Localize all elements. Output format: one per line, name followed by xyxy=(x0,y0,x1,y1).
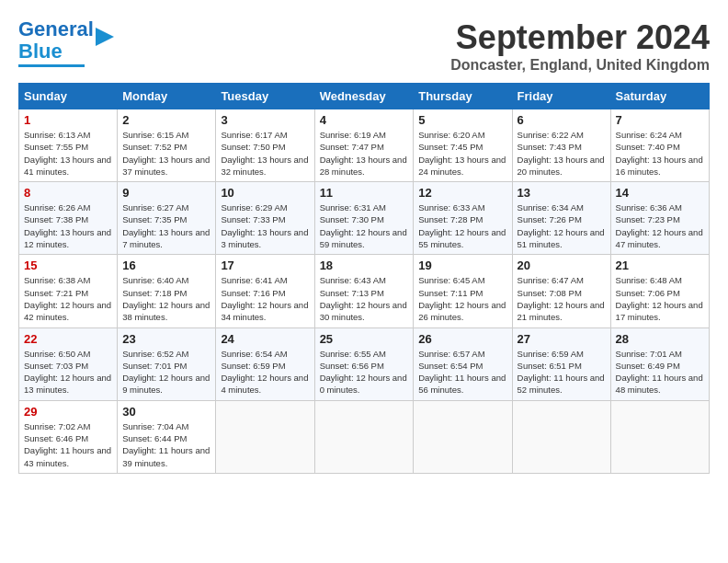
day-info: Sunrise: 6:47 AMSunset: 7:08 PMDaylight:… xyxy=(518,274,606,323)
day-number: 28 xyxy=(616,332,704,346)
page-header: General Blue September 2024 Doncaster, E… xyxy=(18,18,710,74)
calendar-day-cell xyxy=(610,400,709,473)
calendar-day-cell: 12Sunrise: 6:33 AMSunset: 7:28 PMDayligh… xyxy=(414,182,512,255)
day-info: Sunrise: 7:04 AMSunset: 6:44 PMDaylight:… xyxy=(122,420,210,469)
day-number: 15 xyxy=(24,259,112,272)
calendar-day-cell: 7Sunrise: 6:24 AMSunset: 7:40 PMDaylight… xyxy=(610,109,709,182)
calendar-day-cell: 24Sunrise: 6:54 AMSunset: 6:59 PMDayligh… xyxy=(216,327,314,400)
calendar-day-cell: 30Sunrise: 7:04 AMSunset: 6:44 PMDayligh… xyxy=(118,400,216,473)
day-info: Sunrise: 6:54 AMSunset: 6:59 PMDaylight:… xyxy=(221,348,309,396)
calendar-day-cell: 23Sunrise: 6:52 AMSunset: 7:01 PMDayligh… xyxy=(118,327,216,400)
calendar-day-cell xyxy=(216,400,314,473)
day-number: 25 xyxy=(320,332,409,346)
calendar-day-cell: 6Sunrise: 6:22 AMSunset: 7:43 PMDaylight… xyxy=(512,109,610,182)
day-info: Sunrise: 6:15 AMSunset: 7:52 PMDaylight:… xyxy=(122,129,210,178)
day-info: Sunrise: 6:43 AMSunset: 7:13 PMDaylight:… xyxy=(320,274,409,323)
calendar-day-cell: 11Sunrise: 6:31 AMSunset: 7:30 PMDayligh… xyxy=(314,182,414,255)
calendar-day-cell: 29Sunrise: 7:02 AMSunset: 6:46 PMDayligh… xyxy=(19,400,118,473)
day-info: Sunrise: 6:48 AMSunset: 7:06 PMDaylight:… xyxy=(616,274,704,323)
day-info: Sunrise: 6:57 AMSunset: 6:54 PMDaylight:… xyxy=(418,348,506,396)
day-number: 11 xyxy=(320,186,409,200)
title-section: September 2024 Doncaster, England, Unite… xyxy=(450,18,710,74)
day-number: 20 xyxy=(518,259,606,272)
day-info: Sunrise: 6:13 AMSunset: 7:55 PMDaylight:… xyxy=(24,129,112,178)
main-title: September 2024 xyxy=(450,18,710,57)
calendar-day-cell: 26Sunrise: 6:57 AMSunset: 6:54 PMDayligh… xyxy=(414,327,512,400)
calendar-day-cell xyxy=(314,400,414,473)
day-info: Sunrise: 6:22 AMSunset: 7:43 PMDaylight:… xyxy=(518,129,606,178)
day-number: 5 xyxy=(418,113,506,127)
day-number: 2 xyxy=(122,113,210,127)
calendar-table: SundayMondayTuesdayWednesdayThursdayFrid… xyxy=(18,83,710,474)
day-info: Sunrise: 6:50 AMSunset: 7:03 PMDaylight:… xyxy=(24,348,112,396)
day-info: Sunrise: 6:52 AMSunset: 7:01 PMDaylight:… xyxy=(122,348,210,396)
calendar-day-cell: 19Sunrise: 6:45 AMSunset: 7:11 PMDayligh… xyxy=(414,255,512,327)
day-number: 26 xyxy=(418,332,506,346)
day-number: 21 xyxy=(616,259,704,272)
calendar-header-monday: Monday xyxy=(118,84,216,109)
logo-underline xyxy=(18,64,85,67)
day-info: Sunrise: 7:02 AMSunset: 6:46 PMDaylight:… xyxy=(24,420,112,469)
calendar-week-row: 15Sunrise: 6:38 AMSunset: 7:21 PMDayligh… xyxy=(19,255,710,327)
calendar-header-wednesday: Wednesday xyxy=(314,84,414,109)
day-number: 12 xyxy=(418,186,506,200)
calendar-header-saturday: Saturday xyxy=(610,84,709,109)
day-number: 3 xyxy=(221,113,309,127)
calendar-day-cell: 9Sunrise: 6:27 AMSunset: 7:35 PMDaylight… xyxy=(118,182,216,255)
day-info: Sunrise: 6:45 AMSunset: 7:11 PMDaylight:… xyxy=(418,274,506,323)
calendar-day-cell: 14Sunrise: 6:36 AMSunset: 7:23 PMDayligh… xyxy=(610,182,709,255)
calendar-day-cell: 15Sunrise: 6:38 AMSunset: 7:21 PMDayligh… xyxy=(19,255,118,327)
calendar-day-cell: 10Sunrise: 6:29 AMSunset: 7:33 PMDayligh… xyxy=(216,182,314,255)
day-info: Sunrise: 6:40 AMSunset: 7:18 PMDaylight:… xyxy=(122,274,210,323)
calendar-day-cell xyxy=(414,400,512,473)
day-number: 1 xyxy=(24,113,112,127)
day-info: Sunrise: 6:41 AMSunset: 7:16 PMDaylight:… xyxy=(221,274,309,323)
day-info: Sunrise: 6:55 AMSunset: 6:56 PMDaylight:… xyxy=(320,348,409,396)
calendar-day-cell: 21Sunrise: 6:48 AMSunset: 7:06 PMDayligh… xyxy=(610,255,709,327)
day-info: Sunrise: 6:34 AMSunset: 7:26 PMDaylight:… xyxy=(518,201,606,250)
day-number: 27 xyxy=(518,332,606,346)
calendar-day-cell: 3Sunrise: 6:17 AMSunset: 7:50 PMDaylight… xyxy=(216,109,314,182)
calendar-week-row: 22Sunrise: 6:50 AMSunset: 7:03 PMDayligh… xyxy=(19,327,710,400)
day-number: 23 xyxy=(122,332,210,346)
calendar-day-cell: 20Sunrise: 6:47 AMSunset: 7:08 PMDayligh… xyxy=(512,255,610,327)
day-number: 6 xyxy=(518,113,606,127)
day-info: Sunrise: 6:36 AMSunset: 7:23 PMDaylight:… xyxy=(616,201,704,250)
day-info: Sunrise: 6:20 AMSunset: 7:45 PMDaylight:… xyxy=(418,129,506,178)
calendar-header-thursday: Thursday xyxy=(414,84,512,109)
calendar-header-friday: Friday xyxy=(512,84,610,109)
day-number: 13 xyxy=(518,186,606,200)
calendar-week-row: 1Sunrise: 6:13 AMSunset: 7:55 PMDaylight… xyxy=(19,109,710,182)
day-info: Sunrise: 6:38 AMSunset: 7:21 PMDaylight:… xyxy=(24,274,112,323)
day-number: 19 xyxy=(418,259,506,272)
calendar-day-cell: 17Sunrise: 6:41 AMSunset: 7:16 PMDayligh… xyxy=(216,255,314,327)
calendar-day-cell: 22Sunrise: 6:50 AMSunset: 7:03 PMDayligh… xyxy=(19,327,118,400)
calendar-header-sunday: Sunday xyxy=(19,84,118,109)
calendar-day-cell: 18Sunrise: 6:43 AMSunset: 7:13 PMDayligh… xyxy=(314,255,414,327)
day-info: Sunrise: 6:59 AMSunset: 6:51 PMDaylight:… xyxy=(518,348,606,396)
day-info: Sunrise: 6:24 AMSunset: 7:40 PMDaylight:… xyxy=(616,129,704,178)
subtitle: Doncaster, England, United Kingdom xyxy=(450,57,710,74)
day-number: 24 xyxy=(221,332,309,346)
calendar-day-cell xyxy=(512,400,610,473)
calendar-day-cell: 28Sunrise: 7:01 AMSunset: 6:49 PMDayligh… xyxy=(610,327,709,400)
calendar-week-row: 8Sunrise: 6:26 AMSunset: 7:38 PMDaylight… xyxy=(19,182,710,255)
calendar-day-cell: 5Sunrise: 6:20 AMSunset: 7:45 PMDaylight… xyxy=(414,109,512,182)
calendar-day-cell: 27Sunrise: 6:59 AMSunset: 6:51 PMDayligh… xyxy=(512,327,610,400)
day-info: Sunrise: 6:33 AMSunset: 7:28 PMDaylight:… xyxy=(418,201,506,250)
calendar-day-cell: 8Sunrise: 6:26 AMSunset: 7:38 PMDaylight… xyxy=(19,182,118,255)
day-info: Sunrise: 6:27 AMSunset: 7:35 PMDaylight:… xyxy=(122,201,210,250)
day-number: 18 xyxy=(320,259,409,272)
day-number: 10 xyxy=(221,186,309,200)
calendar-day-cell: 4Sunrise: 6:19 AMSunset: 7:47 PMDaylight… xyxy=(314,109,414,182)
day-number: 8 xyxy=(24,186,112,200)
day-info: Sunrise: 6:17 AMSunset: 7:50 PMDaylight:… xyxy=(221,129,309,178)
calendar-day-cell: 13Sunrise: 6:34 AMSunset: 7:26 PMDayligh… xyxy=(512,182,610,255)
day-info: Sunrise: 6:26 AMSunset: 7:38 PMDaylight:… xyxy=(24,201,112,250)
day-number: 9 xyxy=(122,186,210,200)
day-number: 22 xyxy=(24,332,112,346)
day-info: Sunrise: 6:29 AMSunset: 7:33 PMDaylight:… xyxy=(221,201,309,250)
logo: General Blue xyxy=(18,18,121,67)
calendar-week-row: 29Sunrise: 7:02 AMSunset: 6:46 PMDayligh… xyxy=(19,400,710,473)
day-number: 29 xyxy=(24,405,112,419)
